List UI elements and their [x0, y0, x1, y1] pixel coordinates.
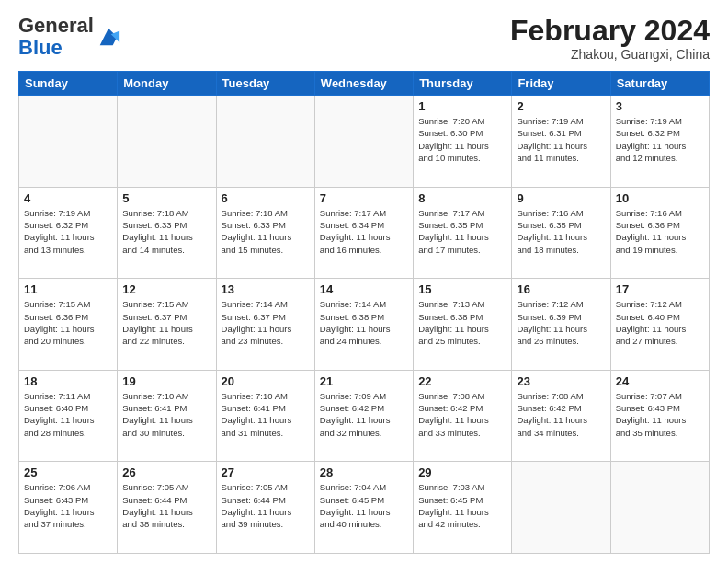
location-subtitle: Zhakou, Guangxi, China [510, 47, 710, 62]
day-number: 19 [122, 374, 210, 388]
day-info: Sunrise: 7:10 AM Sunset: 6:41 PM Dayligh… [222, 390, 310, 439]
calendar-cell: 4Sunrise: 7:19 AM Sunset: 6:32 PM Daylig… [19, 187, 118, 279]
day-info: Sunrise: 7:06 AM Sunset: 6:43 PM Dayligh… [24, 481, 112, 530]
day-number: 2 [517, 99, 605, 113]
calendar-cell: 2Sunrise: 7:19 AM Sunset: 6:31 PM Daylig… [512, 96, 610, 188]
month-title: February 2024 [510, 15, 710, 47]
day-info: Sunrise: 7:15 AM Sunset: 6:37 PM Dayligh… [122, 298, 210, 347]
day-number: 10 [616, 191, 704, 205]
calendar-cell: 28Sunrise: 7:04 AM Sunset: 6:45 PM Dayli… [314, 462, 413, 554]
day-number: 3 [616, 99, 704, 113]
day-number: 9 [517, 191, 605, 205]
calendar-cell: 29Sunrise: 7:03 AM Sunset: 6:45 PM Dayli… [414, 462, 512, 554]
page: General Blue February 2024 Zhakou, Guang… [0, 0, 728, 563]
logo-icon [96, 24, 121, 50]
day-number: 4 [24, 191, 112, 205]
day-info: Sunrise: 7:12 AM Sunset: 6:40 PM Dayligh… [616, 298, 704, 347]
day-number: 5 [122, 191, 210, 205]
day-number: 21 [320, 374, 408, 388]
day-number: 27 [222, 465, 310, 479]
calendar-cell [314, 96, 413, 188]
day-number: 8 [418, 191, 506, 205]
calendar-cell: 26Sunrise: 7:05 AM Sunset: 6:44 PM Dayli… [118, 462, 216, 554]
days-of-week-row: SundayMondayTuesdayWednesdayThursdayFrid… [19, 72, 710, 96]
dow-header-tuesday: Tuesday [216, 72, 314, 96]
day-number: 29 [418, 465, 506, 479]
day-info: Sunrise: 7:17 AM Sunset: 6:35 PM Dayligh… [418, 207, 506, 256]
calendar-cell: 19Sunrise: 7:10 AM Sunset: 6:41 PM Dayli… [118, 370, 216, 462]
calendar-table: SundayMondayTuesdayWednesdayThursdayFrid… [18, 71, 710, 554]
day-info: Sunrise: 7:19 AM Sunset: 6:31 PM Dayligh… [517, 115, 605, 164]
day-info: Sunrise: 7:15 AM Sunset: 6:36 PM Dayligh… [24, 298, 112, 347]
day-info: Sunrise: 7:14 AM Sunset: 6:37 PM Dayligh… [222, 298, 310, 347]
day-number: 25 [24, 465, 112, 479]
day-info: Sunrise: 7:13 AM Sunset: 6:38 PM Dayligh… [418, 298, 506, 347]
calendar-cell [118, 96, 216, 188]
calendar-cell: 24Sunrise: 7:07 AM Sunset: 6:43 PM Dayli… [610, 370, 709, 462]
calendar-cell: 18Sunrise: 7:11 AM Sunset: 6:40 PM Dayli… [19, 370, 118, 462]
dow-header-friday: Friday [512, 72, 610, 96]
day-info: Sunrise: 7:20 AM Sunset: 6:30 PM Dayligh… [418, 115, 506, 164]
dow-header-monday: Monday [118, 72, 216, 96]
day-number: 24 [616, 374, 704, 388]
day-number: 23 [517, 374, 605, 388]
week-row-1: 1Sunrise: 7:20 AM Sunset: 6:30 PM Daylig… [19, 96, 710, 188]
dow-header-wednesday: Wednesday [314, 72, 413, 96]
calendar-cell: 3Sunrise: 7:19 AM Sunset: 6:32 PM Daylig… [610, 96, 709, 188]
day-number: 13 [222, 282, 310, 296]
day-info: Sunrise: 7:18 AM Sunset: 6:33 PM Dayligh… [222, 207, 310, 256]
calendar-cell: 12Sunrise: 7:15 AM Sunset: 6:37 PM Dayli… [118, 279, 216, 371]
day-number: 1 [418, 99, 506, 113]
calendar-cell: 15Sunrise: 7:13 AM Sunset: 6:38 PM Dayli… [414, 279, 512, 371]
day-number: 11 [24, 282, 112, 296]
day-info: Sunrise: 7:19 AM Sunset: 6:32 PM Dayligh… [24, 207, 112, 256]
calendar-cell: 6Sunrise: 7:18 AM Sunset: 6:33 PM Daylig… [216, 187, 314, 279]
calendar-cell: 21Sunrise: 7:09 AM Sunset: 6:42 PM Dayli… [314, 370, 413, 462]
day-number: 26 [122, 465, 210, 479]
dow-header-saturday: Saturday [610, 72, 709, 96]
logo: General Blue [18, 15, 121, 59]
calendar-cell [610, 462, 709, 554]
title-block: February 2024 Zhakou, Guangxi, China [510, 15, 710, 62]
day-info: Sunrise: 7:09 AM Sunset: 6:42 PM Dayligh… [320, 390, 408, 439]
day-info: Sunrise: 7:17 AM Sunset: 6:34 PM Dayligh… [320, 207, 408, 256]
day-number: 17 [616, 282, 704, 296]
calendar-cell: 5Sunrise: 7:18 AM Sunset: 6:33 PM Daylig… [118, 187, 216, 279]
day-info: Sunrise: 7:04 AM Sunset: 6:45 PM Dayligh… [320, 481, 408, 530]
day-number: 22 [418, 374, 506, 388]
day-number: 20 [222, 374, 310, 388]
day-info: Sunrise: 7:19 AM Sunset: 6:32 PM Dayligh… [616, 115, 704, 164]
day-info: Sunrise: 7:11 AM Sunset: 6:40 PM Dayligh… [24, 390, 112, 439]
day-info: Sunrise: 7:12 AM Sunset: 6:39 PM Dayligh… [517, 298, 605, 347]
calendar-cell [512, 462, 610, 554]
calendar-cell: 7Sunrise: 7:17 AM Sunset: 6:34 PM Daylig… [314, 187, 413, 279]
calendar-cell: 1Sunrise: 7:20 AM Sunset: 6:30 PM Daylig… [414, 96, 512, 188]
calendar-cell: 11Sunrise: 7:15 AM Sunset: 6:36 PM Dayli… [19, 279, 118, 371]
day-number: 14 [320, 282, 408, 296]
calendar-cell: 22Sunrise: 7:08 AM Sunset: 6:42 PM Dayli… [414, 370, 512, 462]
calendar-cell: 27Sunrise: 7:05 AM Sunset: 6:44 PM Dayli… [216, 462, 314, 554]
week-row-4: 18Sunrise: 7:11 AM Sunset: 6:40 PM Dayli… [19, 370, 710, 462]
day-info: Sunrise: 7:08 AM Sunset: 6:42 PM Dayligh… [418, 390, 506, 439]
day-number: 28 [320, 465, 408, 479]
week-row-2: 4Sunrise: 7:19 AM Sunset: 6:32 PM Daylig… [19, 187, 710, 279]
calendar-cell [19, 96, 118, 188]
day-info: Sunrise: 7:16 AM Sunset: 6:36 PM Dayligh… [616, 207, 704, 256]
logo-blue-text: Blue [18, 36, 63, 59]
calendar-cell: 13Sunrise: 7:14 AM Sunset: 6:37 PM Dayli… [216, 279, 314, 371]
calendar-cell: 20Sunrise: 7:10 AM Sunset: 6:41 PM Dayli… [216, 370, 314, 462]
week-row-3: 11Sunrise: 7:15 AM Sunset: 6:36 PM Dayli… [19, 279, 710, 371]
day-info: Sunrise: 7:07 AM Sunset: 6:43 PM Dayligh… [616, 390, 704, 439]
day-info: Sunrise: 7:18 AM Sunset: 6:33 PM Dayligh… [122, 207, 210, 256]
calendar-cell: 16Sunrise: 7:12 AM Sunset: 6:39 PM Dayli… [512, 279, 610, 371]
day-info: Sunrise: 7:16 AM Sunset: 6:35 PM Dayligh… [517, 207, 605, 256]
calendar-cell: 17Sunrise: 7:12 AM Sunset: 6:40 PM Dayli… [610, 279, 709, 371]
calendar-cell: 9Sunrise: 7:16 AM Sunset: 6:35 PM Daylig… [512, 187, 610, 279]
header: General Blue February 2024 Zhakou, Guang… [18, 15, 710, 62]
calendar-cell: 14Sunrise: 7:14 AM Sunset: 6:38 PM Dayli… [314, 279, 413, 371]
day-info: Sunrise: 7:05 AM Sunset: 6:44 PM Dayligh… [122, 481, 210, 530]
calendar-cell: 23Sunrise: 7:08 AM Sunset: 6:42 PM Dayli… [512, 370, 610, 462]
day-number: 18 [24, 374, 112, 388]
day-info: Sunrise: 7:14 AM Sunset: 6:38 PM Dayligh… [320, 298, 408, 347]
day-number: 6 [222, 191, 310, 205]
